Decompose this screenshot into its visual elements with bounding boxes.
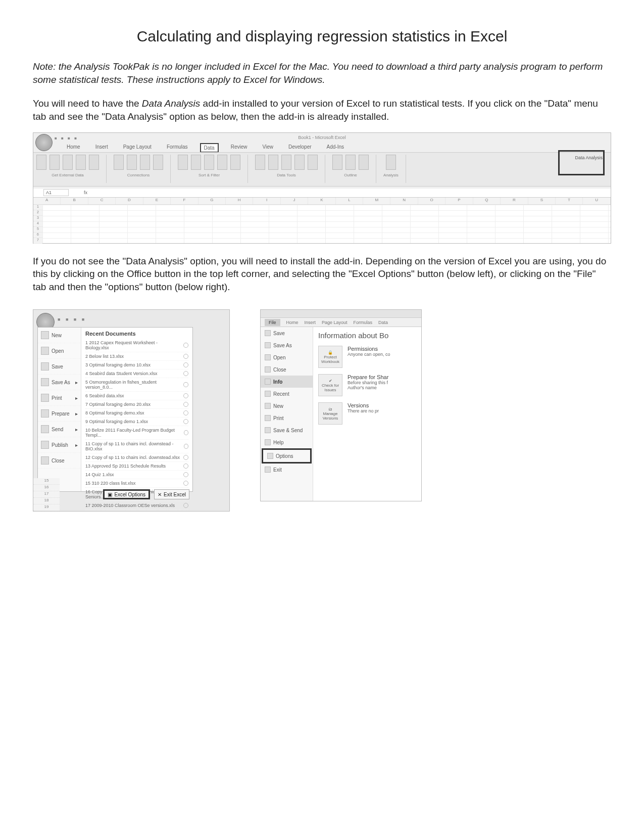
office-menu-close[interactable]: Close	[38, 453, 81, 469]
recent-document-item[interactable]: 5 Osmoregulation in fishes_student versi…	[85, 378, 188, 392]
pin-icon[interactable]	[183, 455, 188, 460]
ribbon-group-icon[interactable]	[332, 155, 342, 170]
row-header[interactable]: 1	[33, 205, 42, 210]
col-header[interactable]: Q	[473, 198, 501, 204]
col-header[interactable]: B	[61, 198, 88, 204]
col-header[interactable]: O	[418, 198, 445, 204]
ribbon-ungroup-icon[interactable]	[345, 155, 356, 170]
col-header[interactable]: R	[501, 198, 528, 204]
ribbon-sort-icon[interactable]	[178, 155, 188, 170]
ribbon-refresh-all-icon[interactable]	[114, 155, 124, 170]
ribbon-tab-formulas[interactable]: Formulas	[354, 320, 373, 325]
ribbon-advanced-icon[interactable]	[230, 155, 240, 170]
row-header[interactable]: 3	[33, 216, 42, 221]
quick-access-toolbar[interactable]: ■ ■ ■ ■	[58, 317, 86, 322]
ribbon-tab-data[interactable]: Data	[200, 143, 219, 153]
col-header[interactable]: D	[116, 198, 143, 204]
ribbon-tab-insert[interactable]: Insert	[92, 143, 111, 153]
recent-document-item[interactable]: 12 Copy of sp 11 to chairs incl. downste…	[85, 453, 188, 462]
ribbon-data-validation-icon[interactable]	[281, 155, 291, 170]
backstage-close[interactable]: Close	[261, 363, 313, 376]
recent-document-item[interactable]: 14 Quiz 1.xlsx	[85, 471, 188, 479]
fx-icon[interactable]: fx	[84, 190, 87, 195]
pin-icon[interactable]	[183, 503, 188, 508]
data-analysis-button[interactable]: Data Analysis	[575, 155, 603, 160]
col-header[interactable]: J	[281, 198, 308, 204]
row-header[interactable]: 5	[33, 227, 42, 233]
backstage-help[interactable]: Help	[261, 436, 313, 448]
col-header[interactable]: G	[199, 198, 226, 204]
pin-icon[interactable]	[183, 464, 188, 469]
col-header[interactable]: E	[143, 198, 171, 204]
pin-icon[interactable]	[183, 362, 188, 367]
recent-document-item[interactable]: 9 Optimal foraging demo 1.xlsx	[85, 418, 188, 426]
col-header[interactable]: F	[171, 198, 198, 204]
backstage-save[interactable]: Save	[261, 327, 313, 339]
col-header[interactable]: T	[556, 198, 583, 204]
office-menu-publish[interactable]: Publish▸	[38, 437, 81, 453]
ribbon-consolidate-icon[interactable]	[294, 155, 305, 170]
backstage-save-send[interactable]: Save & Send	[261, 424, 313, 436]
office-menu-print[interactable]: Print▸	[38, 390, 81, 406]
pin-icon[interactable]	[183, 410, 188, 415]
row-header[interactable]: 7	[33, 238, 42, 244]
col-header[interactable]: H	[226, 198, 253, 204]
recent-document-item[interactable]: 8 Optimal foraging demo.xlsx	[85, 409, 188, 418]
backstage-exit[interactable]: Exit	[261, 464, 313, 476]
pin-icon[interactable]	[183, 354, 188, 359]
col-header[interactable]: S	[528, 198, 556, 204]
protect-workbook-button[interactable]: 🔒 Protect Workbook	[318, 346, 342, 368]
ribbon-tab-page-layout[interactable]: Page Layout	[322, 320, 348, 325]
backstage-options[interactable]: Options	[262, 448, 312, 464]
recent-document-item[interactable]: 17 2009-2010 Classroom OESe versions.xls	[85, 501, 188, 510]
col-header[interactable]: P	[445, 198, 473, 204]
ribbon-tab-page-layout[interactable]: Page Layout	[120, 143, 155, 153]
pin-icon[interactable]	[183, 382, 188, 387]
ribbon-subtotal-icon[interactable]	[359, 155, 369, 170]
recent-document-item[interactable]: 13 Approved Sp 2011 Schedule Results	[85, 462, 188, 471]
backstage-info[interactable]: Info	[261, 376, 313, 388]
office-menu-send[interactable]: Send▸	[38, 422, 81, 437]
ribbon-data-analysis-icon[interactable]	[386, 155, 396, 170]
row-header[interactable]: 2	[33, 210, 42, 216]
ribbon-tab-add-ins[interactable]: Add-Ins	[324, 143, 347, 153]
ribbon-from-text-icon[interactable]	[63, 155, 73, 170]
recent-document-item[interactable]: 15 310 220 class list.xlsx	[85, 479, 188, 488]
row-header[interactable]: 6	[33, 233, 42, 238]
ribbon-from-other-sources-icon[interactable]	[76, 155, 86, 170]
ribbon-remove-duplicates-icon[interactable]	[268, 155, 278, 170]
recent-document-item[interactable]: 1 2012 Capex Request Worksheet - Biology…	[85, 339, 188, 352]
ribbon-tab-developer[interactable]: Developer	[285, 143, 315, 153]
col-header[interactable]: U	[583, 198, 610, 204]
ribbon-text-to-columns-icon[interactable]	[255, 155, 265, 170]
recent-document-item[interactable]: 11 Copy of sp 11 to chairs incl. downste…	[85, 440, 188, 453]
ribbon-what-if-analysis-icon[interactable]	[308, 155, 318, 170]
ribbon-tab-home[interactable]: Home	[64, 143, 83, 153]
backstage-print[interactable]: Print	[261, 412, 313, 424]
recent-document-item[interactable]: 6 Seabird data.xlsx	[85, 392, 188, 400]
pin-icon[interactable]	[184, 444, 188, 449]
recent-document-item[interactable]: 7 Optimal foraging demo 20.xlsx	[85, 400, 188, 409]
recent-document-item[interactable]: 2 Below list 13.xlsx	[85, 352, 188, 361]
col-header[interactable]: C	[88, 198, 116, 204]
pin-icon[interactable]	[183, 481, 188, 486]
pin-icon[interactable]	[183, 371, 188, 376]
recent-document-item[interactable]: 4 Seabird data Student Version.xlsx	[85, 369, 188, 378]
manage-versions-button[interactable]: 🗂 Manage Versions	[318, 402, 342, 425]
ribbon-reapply-icon[interactable]	[217, 155, 227, 170]
row-header[interactable]: 4	[33, 221, 42, 227]
ribbon-tab-home[interactable]: Home	[286, 320, 299, 325]
office-menu-new[interactable]: New	[38, 328, 81, 343]
pin-icon[interactable]	[183, 472, 188, 477]
office-menu-save[interactable]: Save	[38, 359, 81, 375]
ribbon-clear-icon[interactable]	[204, 155, 214, 170]
check-issues-button[interactable]: ✔ Check for Issues	[318, 374, 342, 396]
col-header[interactable]: N	[390, 198, 418, 204]
pin-icon[interactable]	[183, 343, 188, 348]
col-header[interactable]: A	[33, 198, 61, 204]
ribbon-existing-connections-icon[interactable]	[89, 155, 99, 170]
ribbon-connections-icon[interactable]	[127, 155, 137, 170]
pin-icon[interactable]	[184, 430, 188, 435]
ribbon-properties-icon[interactable]	[140, 155, 150, 170]
recent-document-item[interactable]: 10 Belize 2011 Faculty-Led Program Budge…	[85, 426, 188, 440]
